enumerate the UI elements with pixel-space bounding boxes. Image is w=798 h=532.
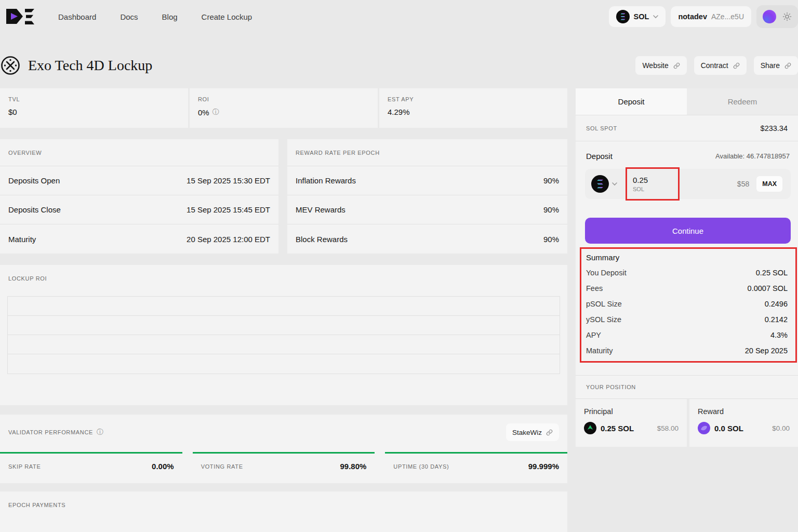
nav-item-docs[interactable]: Docs (120, 12, 138, 21)
stakewiz-button[interactable]: StakeWiz (506, 423, 559, 441)
stat-est-apy: EST APY 4.29% (379, 88, 567, 128)
validator-metrics: SKIP RATE 0.00% VOTING RATE 99.80% UPTIM… (0, 452, 567, 483)
lockup-logo-icon (0, 55, 21, 76)
website-button-label: Website (642, 61, 668, 70)
deposit-section: Deposit Available: 46.747818957 (576, 141, 798, 199)
summary-row-you-deposit: You Deposit0.25 SOL (586, 265, 788, 281)
panel-tabs: Deposit Redeem (576, 88, 798, 115)
nav-item-blog[interactable]: Blog (162, 12, 178, 21)
epoch-payments-title: EPOCH PAYMENTS (8, 502, 559, 508)
sol-spot-label: SOL SPOT (586, 125, 617, 131)
account-theme-pill[interactable] (756, 5, 798, 28)
top-nav: Dashboard Docs Blog Create Lockup (0, 0, 798, 33)
nav-right: SOL notadev AZe...e5U (609, 5, 798, 28)
summary-row-ysol-size: ySOL Size0.2142 (586, 312, 788, 327)
lockup-roi-card: LOCKUP ROI (0, 265, 567, 405)
roi-grid-row (8, 354, 560, 374)
reward-rate-title: REWARD RATE PER EPOCH (287, 139, 567, 166)
table-row: Inflation Rewards90% (287, 166, 567, 195)
max-button[interactable]: MAX (756, 176, 782, 192)
your-position-grid: Principal 0.25 SOL $58.00 Reward (576, 399, 798, 447)
table-row: Deposits Open15 Sep 2025 15:30 EDT (0, 166, 278, 195)
stakewiz-button-label: StakeWiz (512, 429, 542, 436)
sol-token-icon (616, 10, 630, 23)
tab-redeem[interactable]: Redeem (687, 88, 798, 115)
metric-uptime: UPTIME (30 DAYS) 99.999% (385, 452, 567, 483)
summary-row-maturity: Maturity20 Sep 2025 (586, 343, 788, 358)
link-icon (733, 62, 740, 69)
link-icon (673, 62, 680, 69)
principal-usd: $58.00 (657, 424, 679, 432)
stat-apy-label: EST APY (388, 96, 559, 102)
amount-input-row: 0.25 SOL $58 MAX (585, 169, 791, 199)
summary-title: Summary (586, 251, 788, 262)
chevron-down-icon (653, 15, 658, 19)
info-icon[interactable]: ⓘ (97, 428, 104, 437)
page-header: Exo Tech 4D Lockup Website Contract Shar… (0, 55, 798, 76)
metric-voting-rate: VOTING RATE 99.80% (193, 452, 375, 483)
nav-item-create-lockup[interactable]: Create Lockup (202, 12, 252, 21)
principal-amount: 0.25 SOL (601, 424, 634, 433)
share-button[interactable]: Share (754, 56, 798, 75)
token-selector-label: SOL (634, 12, 649, 21)
chevron-down-icon (612, 182, 617, 186)
stats-row: TVL $0 ROI 0% ⓘ EST APY 4.29% (0, 88, 567, 128)
info-icon[interactable]: ⓘ (212, 108, 219, 117)
nav-item-dashboard[interactable]: Dashboard (58, 12, 96, 21)
roi-grid-row (8, 335, 560, 354)
website-button[interactable]: Website (635, 56, 686, 75)
table-row: Block Rewards90% (287, 224, 567, 254)
brand-logo[interactable] (5, 6, 35, 27)
token-selector[interactable]: SOL (609, 6, 666, 27)
continue-button[interactable]: Continue (585, 218, 791, 244)
stat-tvl-value: $0 (8, 108, 180, 116)
tab-deposit[interactable]: Deposit (576, 88, 687, 115)
stat-apy-value: 4.29% (388, 108, 559, 116)
table-row: Maturity20 Sep 2025 12:00 EDT (0, 224, 278, 254)
wallet-address: AZe...e5U (711, 12, 744, 21)
sol-token-icon (591, 175, 609, 193)
reward-amount: 0.0 SOL (714, 424, 743, 433)
stat-roi-label: ROI (198, 96, 369, 102)
lockup-roi-title: LOCKUP ROI (7, 275, 560, 282)
position-reward: Reward 0.0 SOL $0.00 (687, 399, 798, 447)
nav-links: Dashboard Docs Blog Create Lockup (58, 12, 252, 21)
share-button-label: Share (761, 61, 780, 70)
summary-section: Summary You Deposit0.25 SOL Fees0.0007 S… (576, 251, 798, 358)
stat-roi: ROI 0% ⓘ (190, 88, 378, 128)
amount-value[interactable]: 0.25 (633, 176, 648, 184)
overview-card: OVERVIEW Deposits Open15 Sep 2025 15:30 … (0, 139, 278, 254)
roi-grid-row (8, 316, 560, 335)
brand-logo-icon (5, 6, 35, 27)
sun-icon[interactable] (782, 12, 792, 21)
sol-spot-row: SOL SPOT $233.34 (576, 115, 798, 141)
reward-rate-card: REWARD RATE PER EPOCH Inflation Rewards9… (287, 139, 567, 254)
validator-performance-title: VALIDATOR PERFORMANCE ⓘ (8, 428, 104, 437)
reward-usd: $0.00 (772, 424, 790, 432)
avatar (763, 10, 776, 23)
metric-skip-rate: SKIP RATE 0.00% (0, 452, 182, 483)
position-principal: Principal 0.25 SOL $58.00 (576, 399, 687, 447)
contract-button[interactable]: Contract (694, 56, 747, 75)
validator-performance-card: VALIDATOR PERFORMANCE ⓘ StakeWiz SKIP RA… (0, 415, 567, 483)
wallet-button[interactable]: notadev AZe...e5U (671, 6, 751, 27)
table-row: Deposits Close15 Sep 2025 15:45 EDT (0, 195, 278, 224)
stat-roi-value: 0% ⓘ (198, 108, 369, 117)
stat-tvl-label: TVL (8, 96, 180, 102)
epoch-payments-card: EPOCH PAYMENTS (0, 491, 567, 532)
ysol-token-icon (698, 422, 710, 434)
your-position-title: YOUR POSITION (576, 375, 798, 399)
sol-spot-value: $233.34 (761, 124, 788, 132)
deposit-panel: Deposit Redeem SOL SPOT $233.34 Deposit … (576, 88, 798, 447)
deposit-token-selector[interactable] (591, 175, 617, 193)
deposit-label: Deposit (586, 152, 613, 161)
table-row: MEV Rewards90% (287, 195, 567, 224)
summary-row-apy: APY4.3% (586, 327, 788, 343)
amount-token-label: SOL (633, 186, 648, 192)
amount-usd-value: $58 (737, 180, 749, 188)
link-icon (546, 429, 553, 436)
amount-input[interactable]: 0.25 SOL (633, 176, 648, 192)
contract-button-label: Contract (701, 61, 728, 70)
header-buttons: Website Contract Share (635, 56, 798, 75)
available-balance[interactable]: Available: 46.747818957 (715, 152, 790, 160)
